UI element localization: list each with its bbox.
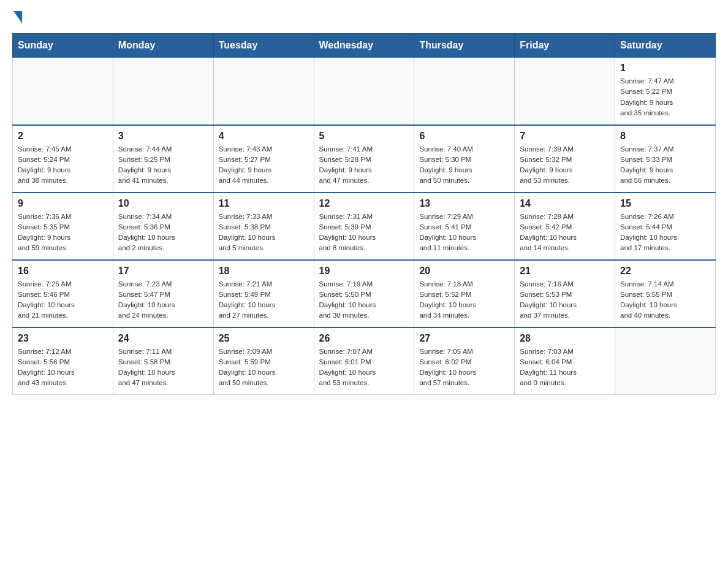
day-info: Sunrise: 7:39 AM Sunset: 5:32 PM Dayligh… (520, 144, 610, 186)
calendar-cell: 17Sunrise: 7:23 AM Sunset: 5:47 PM Dayli… (113, 260, 213, 327)
day-number: 16 (18, 266, 108, 277)
calendar-cell: 10Sunrise: 7:34 AM Sunset: 5:36 PM Dayli… (113, 193, 213, 260)
logo-text-block (12, 12, 22, 23)
weekday-header-row: SundayMondayTuesdayWednesdayThursdayFrid… (13, 34, 716, 58)
day-number: 6 (419, 131, 509, 142)
calendar-cell: 22Sunrise: 7:14 AM Sunset: 5:55 PM Dayli… (615, 260, 716, 327)
day-number: 23 (18, 333, 108, 344)
calendar-cell: 8Sunrise: 7:37 AM Sunset: 5:33 PM Daylig… (615, 125, 716, 193)
calendar-cell: 25Sunrise: 7:09 AM Sunset: 5:59 PM Dayli… (213, 327, 314, 395)
day-number: 11 (219, 198, 309, 209)
calendar-cell (615, 327, 716, 395)
day-info: Sunrise: 7:29 AM Sunset: 5:41 PM Dayligh… (419, 212, 509, 254)
day-info: Sunrise: 7:09 AM Sunset: 5:59 PM Dayligh… (219, 347, 309, 389)
day-number: 7 (520, 131, 610, 142)
logo-arrow-icon (13, 11, 22, 23)
weekday-header-thursday: Thursday (414, 34, 515, 58)
calendar-cell: 12Sunrise: 7:31 AM Sunset: 5:39 PM Dayli… (314, 193, 414, 260)
calendar-cell: 1Sunrise: 7:47 AM Sunset: 5:22 PM Daylig… (615, 58, 716, 125)
weekday-header-saturday: Saturday (615, 34, 716, 58)
day-info: Sunrise: 7:34 AM Sunset: 5:36 PM Dayligh… (118, 212, 208, 254)
weekday-header-friday: Friday (515, 34, 615, 58)
calendar-week-row: 9Sunrise: 7:36 AM Sunset: 5:35 PM Daylig… (13, 193, 716, 260)
weekday-header-wednesday: Wednesday (314, 34, 414, 58)
calendar-cell: 19Sunrise: 7:19 AM Sunset: 5:50 PM Dayli… (314, 260, 414, 327)
calendar-week-row: 16Sunrise: 7:25 AM Sunset: 5:46 PM Dayli… (13, 260, 716, 327)
day-number: 1 (620, 63, 710, 74)
weekday-header-sunday: Sunday (13, 34, 113, 58)
calendar-week-row: 2Sunrise: 7:45 AM Sunset: 5:24 PM Daylig… (13, 125, 716, 193)
calendar-cell (213, 58, 314, 125)
day-info: Sunrise: 7:03 AM Sunset: 6:04 PM Dayligh… (520, 347, 610, 389)
day-number: 9 (18, 198, 108, 209)
day-info: Sunrise: 7:41 AM Sunset: 5:28 PM Dayligh… (319, 144, 409, 186)
day-info: Sunrise: 7:18 AM Sunset: 5:52 PM Dayligh… (419, 279, 509, 321)
day-number: 17 (118, 266, 208, 277)
calendar-cell: 24Sunrise: 7:11 AM Sunset: 5:58 PM Dayli… (113, 327, 213, 395)
day-number: 8 (620, 131, 710, 142)
day-info: Sunrise: 7:28 AM Sunset: 5:42 PM Dayligh… (520, 212, 610, 254)
day-info: Sunrise: 7:45 AM Sunset: 5:24 PM Dayligh… (18, 144, 108, 186)
day-number: 13 (419, 198, 509, 209)
day-info: Sunrise: 7:31 AM Sunset: 5:39 PM Dayligh… (319, 212, 409, 254)
calendar-cell: 5Sunrise: 7:41 AM Sunset: 5:28 PM Daylig… (314, 125, 414, 193)
calendar-cell: 26Sunrise: 7:07 AM Sunset: 6:01 PM Dayli… (314, 327, 414, 395)
calendar-cell (113, 58, 213, 125)
day-number: 19 (319, 266, 409, 277)
day-info: Sunrise: 7:11 AM Sunset: 5:58 PM Dayligh… (118, 347, 208, 389)
calendar-cell: 14Sunrise: 7:28 AM Sunset: 5:42 PM Dayli… (515, 193, 615, 260)
day-info: Sunrise: 7:36 AM Sunset: 5:35 PM Dayligh… (18, 212, 108, 254)
day-info: Sunrise: 7:14 AM Sunset: 5:55 PM Dayligh… (620, 279, 710, 321)
day-info: Sunrise: 7:07 AM Sunset: 6:01 PM Dayligh… (319, 347, 409, 389)
day-info: Sunrise: 7:23 AM Sunset: 5:47 PM Dayligh… (118, 279, 208, 321)
day-info: Sunrise: 7:12 AM Sunset: 5:56 PM Dayligh… (18, 347, 108, 389)
day-number: 15 (620, 198, 710, 209)
calendar-cell (515, 58, 615, 125)
day-number: 26 (319, 333, 409, 344)
calendar-cell: 6Sunrise: 7:40 AM Sunset: 5:30 PM Daylig… (414, 125, 515, 193)
day-info: Sunrise: 7:47 AM Sunset: 5:22 PM Dayligh… (620, 76, 710, 118)
calendar-cell: 23Sunrise: 7:12 AM Sunset: 5:56 PM Dayli… (13, 327, 113, 395)
day-number: 28 (520, 333, 610, 344)
calendar-cell: 9Sunrise: 7:36 AM Sunset: 5:35 PM Daylig… (13, 193, 113, 260)
day-number: 2 (18, 131, 108, 142)
logo (12, 12, 22, 23)
day-info: Sunrise: 7:16 AM Sunset: 5:53 PM Dayligh… (520, 279, 610, 321)
day-number: 21 (520, 266, 610, 277)
day-info: Sunrise: 7:19 AM Sunset: 5:50 PM Dayligh… (319, 279, 409, 321)
calendar-cell: 28Sunrise: 7:03 AM Sunset: 6:04 PM Dayli… (515, 327, 615, 395)
day-number: 3 (118, 131, 208, 142)
calendar-table: SundayMondayTuesdayWednesdayThursdayFrid… (12, 33, 716, 395)
page-header (12, 12, 716, 23)
calendar-cell: 3Sunrise: 7:44 AM Sunset: 5:25 PM Daylig… (113, 125, 213, 193)
calendar-cell: 18Sunrise: 7:21 AM Sunset: 5:49 PM Dayli… (213, 260, 314, 327)
day-number: 27 (419, 333, 509, 344)
day-info: Sunrise: 7:25 AM Sunset: 5:46 PM Dayligh… (18, 279, 108, 321)
day-info: Sunrise: 7:33 AM Sunset: 5:38 PM Dayligh… (219, 212, 309, 254)
calendar-week-row: 23Sunrise: 7:12 AM Sunset: 5:56 PM Dayli… (13, 327, 716, 395)
day-number: 10 (118, 198, 208, 209)
calendar-cell (13, 58, 113, 125)
day-number: 18 (219, 266, 309, 277)
day-info: Sunrise: 7:05 AM Sunset: 6:02 PM Dayligh… (419, 347, 509, 389)
calendar-cell (414, 58, 515, 125)
day-info: Sunrise: 7:37 AM Sunset: 5:33 PM Dayligh… (620, 144, 710, 186)
day-number: 24 (118, 333, 208, 344)
calendar-cell: 13Sunrise: 7:29 AM Sunset: 5:41 PM Dayli… (414, 193, 515, 260)
day-number: 14 (520, 198, 610, 209)
day-info: Sunrise: 7:26 AM Sunset: 5:44 PM Dayligh… (620, 212, 710, 254)
calendar-week-row: 1Sunrise: 7:47 AM Sunset: 5:22 PM Daylig… (13, 58, 716, 125)
day-number: 20 (419, 266, 509, 277)
day-number: 4 (219, 131, 309, 142)
day-info: Sunrise: 7:43 AM Sunset: 5:27 PM Dayligh… (219, 144, 309, 186)
day-info: Sunrise: 7:21 AM Sunset: 5:49 PM Dayligh… (219, 279, 309, 321)
weekday-header-tuesday: Tuesday (213, 34, 314, 58)
calendar-cell: 21Sunrise: 7:16 AM Sunset: 5:53 PM Dayli… (515, 260, 615, 327)
day-number: 22 (620, 266, 710, 277)
calendar-cell: 7Sunrise: 7:39 AM Sunset: 5:32 PM Daylig… (515, 125, 615, 193)
calendar-cell (314, 58, 414, 125)
weekday-header-monday: Monday (113, 34, 213, 58)
day-number: 25 (219, 333, 309, 344)
calendar-cell: 11Sunrise: 7:33 AM Sunset: 5:38 PM Dayli… (213, 193, 314, 260)
calendar-cell: 4Sunrise: 7:43 AM Sunset: 5:27 PM Daylig… (213, 125, 314, 193)
